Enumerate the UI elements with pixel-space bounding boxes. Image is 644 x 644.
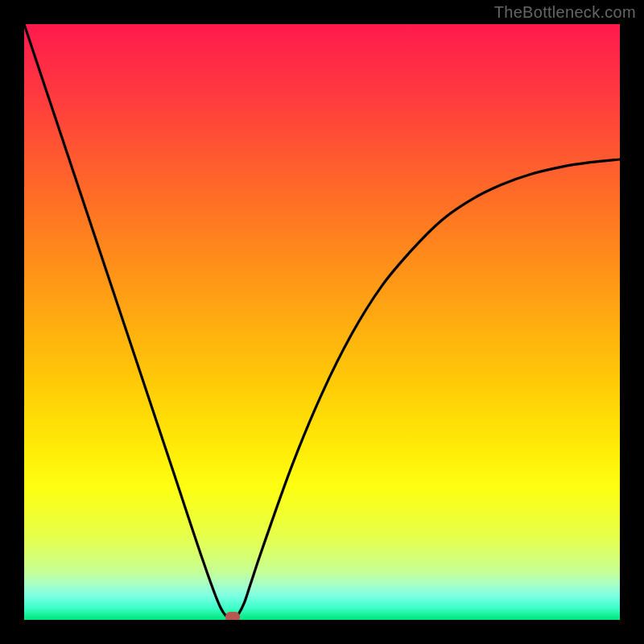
bottleneck-curve [24, 24, 620, 620]
optimal-marker [225, 612, 240, 620]
chart-frame: TheBottleneck.com [0, 0, 644, 644]
watermark-text: TheBottleneck.com [494, 3, 636, 22]
plot-area [24, 24, 620, 620]
